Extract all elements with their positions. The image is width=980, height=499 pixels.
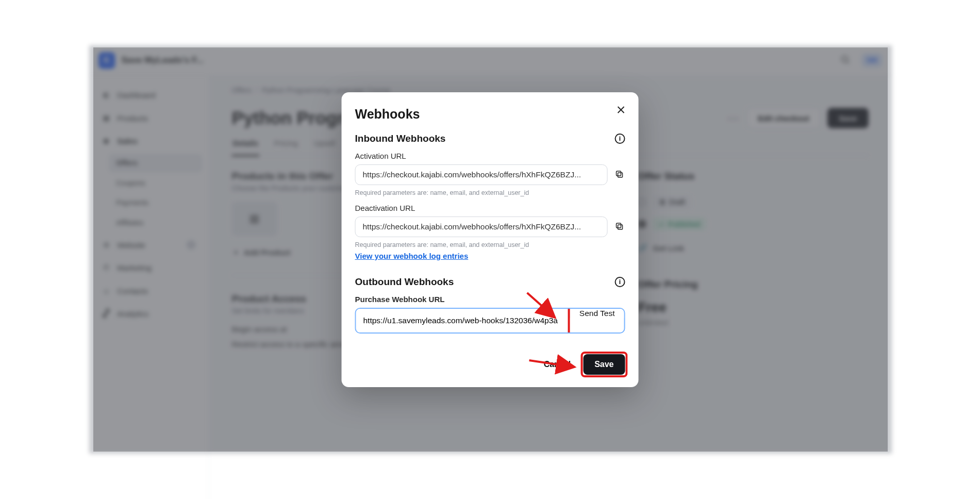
- modal-overlay: Webhooks Inbound Webhooks i Activation U…: [93, 47, 887, 452]
- svg-rect-6: [618, 225, 623, 229]
- info-icon[interactable]: i: [615, 277, 625, 287]
- send-test-button[interactable]: Send Test: [570, 309, 624, 318]
- log-entries-link[interactable]: View your webhook log entries: [355, 252, 469, 260]
- deactivation-url-field[interactable]: https://checkout.kajabi.com/webhooks/off…: [355, 217, 608, 237]
- copy-icon[interactable]: [615, 222, 625, 232]
- outbound-heading: Outbound Webhooks: [355, 276, 454, 288]
- close-icon[interactable]: [615, 104, 627, 116]
- copy-icon[interactable]: [615, 170, 625, 180]
- activation-hint: Required parameters are: name, email, an…: [355, 189, 625, 196]
- info-icon[interactable]: i: [615, 134, 625, 144]
- save-button[interactable]: Save: [583, 354, 625, 375]
- modal-title: Webhooks: [355, 107, 625, 122]
- svg-rect-7: [617, 223, 621, 228]
- svg-rect-5: [617, 171, 621, 176]
- inbound-heading: Inbound Webhooks: [355, 133, 446, 144]
- purchase-url-input[interactable]: [356, 309, 570, 332]
- webhooks-modal: Webhooks Inbound Webhooks i Activation U…: [342, 92, 639, 387]
- deactivation-hint: Required parameters are: name, email, an…: [355, 241, 625, 248]
- cancel-button[interactable]: Cancel: [537, 355, 578, 374]
- purchase-label: Purchase Webhook URL: [355, 295, 625, 304]
- activation-label: Activation URL: [355, 152, 625, 160]
- svg-rect-4: [618, 173, 623, 177]
- deactivation-label: Deactivation URL: [355, 204, 625, 212]
- activation-url-field[interactable]: https://checkout.kajabi.com/webhooks/off…: [355, 164, 608, 185]
